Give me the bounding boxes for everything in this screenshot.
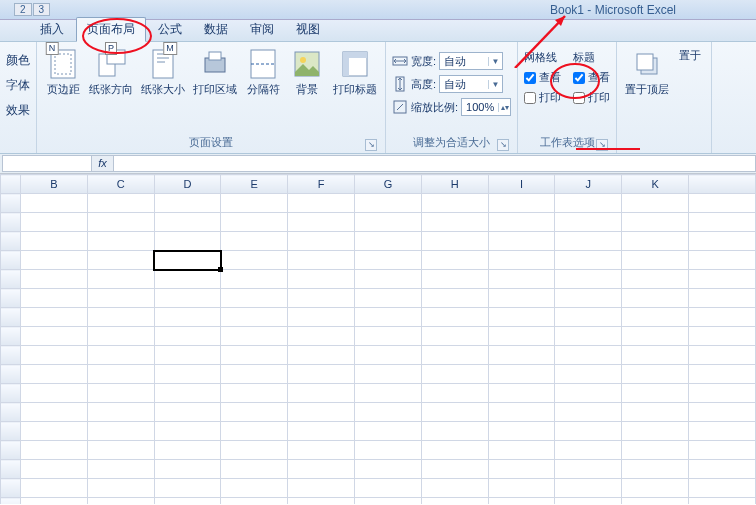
cell[interactable] bbox=[355, 346, 422, 365]
bring-to-front-button[interactable]: 置于顶层 bbox=[623, 46, 671, 99]
cell[interactable] bbox=[488, 270, 555, 289]
cell[interactable] bbox=[622, 251, 689, 270]
cell[interactable] bbox=[421, 365, 488, 384]
window-tab[interactable]: 2 bbox=[14, 3, 32, 16]
cell[interactable] bbox=[87, 308, 154, 327]
cell[interactable] bbox=[555, 365, 622, 384]
cell[interactable] bbox=[221, 270, 288, 289]
cell[interactable] bbox=[421, 232, 488, 251]
checkbox[interactable] bbox=[573, 72, 585, 84]
cell[interactable] bbox=[154, 441, 221, 460]
row-header[interactable] bbox=[1, 479, 21, 498]
dialog-launcher[interactable]: ↘ bbox=[596, 139, 608, 151]
row-header[interactable] bbox=[1, 403, 21, 422]
cell[interactable] bbox=[622, 460, 689, 479]
cell[interactable] bbox=[20, 251, 87, 270]
cell[interactable] bbox=[355, 194, 422, 213]
cell[interactable] bbox=[622, 270, 689, 289]
cell[interactable] bbox=[355, 441, 422, 460]
cell[interactable] bbox=[421, 403, 488, 422]
column-header[interactable]: E bbox=[221, 175, 288, 194]
cell[interactable] bbox=[421, 213, 488, 232]
fx-button[interactable]: fx bbox=[92, 155, 114, 172]
gridlines-print-checkbox[interactable]: 打印 bbox=[524, 90, 561, 105]
cell[interactable] bbox=[288, 346, 355, 365]
cell[interactable] bbox=[288, 441, 355, 460]
cell[interactable] bbox=[221, 441, 288, 460]
cell[interactable] bbox=[355, 289, 422, 308]
row-header[interactable] bbox=[1, 289, 21, 308]
cell[interactable] bbox=[555, 194, 622, 213]
cell[interactable] bbox=[555, 403, 622, 422]
cell[interactable] bbox=[488, 403, 555, 422]
cell[interactable] bbox=[555, 422, 622, 441]
formula-input[interactable] bbox=[114, 155, 756, 172]
tab-formulas[interactable]: 公式 M bbox=[148, 18, 192, 41]
cell[interactable] bbox=[488, 213, 555, 232]
label-colors[interactable]: 颜色 bbox=[6, 52, 30, 69]
cell[interactable] bbox=[154, 213, 221, 232]
cell[interactable] bbox=[555, 251, 622, 270]
cell[interactable] bbox=[87, 194, 154, 213]
cell[interactable] bbox=[355, 422, 422, 441]
cell[interactable] bbox=[555, 384, 622, 403]
cell[interactable] bbox=[288, 365, 355, 384]
cell[interactable] bbox=[154, 460, 221, 479]
name-box[interactable] bbox=[2, 155, 92, 172]
cell[interactable] bbox=[20, 498, 87, 505]
cell[interactable] bbox=[221, 384, 288, 403]
cell[interactable] bbox=[154, 289, 221, 308]
cell[interactable] bbox=[555, 270, 622, 289]
cell[interactable] bbox=[622, 194, 689, 213]
cell[interactable] bbox=[488, 308, 555, 327]
cell[interactable] bbox=[355, 213, 422, 232]
cell[interactable] bbox=[622, 479, 689, 498]
cell[interactable] bbox=[154, 308, 221, 327]
cell[interactable] bbox=[288, 308, 355, 327]
cell[interactable] bbox=[355, 460, 422, 479]
cell[interactable] bbox=[87, 213, 154, 232]
cell[interactable] bbox=[622, 308, 689, 327]
cell[interactable] bbox=[355, 384, 422, 403]
cell[interactable] bbox=[154, 270, 221, 289]
row-header[interactable] bbox=[1, 441, 21, 460]
cell[interactable] bbox=[154, 498, 221, 505]
cell[interactable] bbox=[288, 403, 355, 422]
cell[interactable] bbox=[221, 251, 288, 270]
cell[interactable] bbox=[87, 441, 154, 460]
cell[interactable] bbox=[355, 327, 422, 346]
cell[interactable] bbox=[20, 270, 87, 289]
tab-page-layout[interactable]: 页面布局 P bbox=[76, 17, 146, 42]
cell[interactable] bbox=[421, 327, 488, 346]
cell[interactable] bbox=[288, 327, 355, 346]
cell[interactable] bbox=[622, 365, 689, 384]
cell[interactable] bbox=[154, 403, 221, 422]
checkbox[interactable] bbox=[573, 92, 585, 104]
row-header[interactable] bbox=[1, 346, 21, 365]
cell[interactable] bbox=[221, 308, 288, 327]
cell[interactable] bbox=[154, 365, 221, 384]
label-fonts[interactable]: 字体 bbox=[6, 77, 30, 94]
cell[interactable] bbox=[622, 327, 689, 346]
cell[interactable] bbox=[288, 384, 355, 403]
cell[interactable] bbox=[154, 232, 221, 251]
cell[interactable] bbox=[221, 232, 288, 251]
cell[interactable] bbox=[488, 422, 555, 441]
cell[interactable] bbox=[421, 422, 488, 441]
cell[interactable] bbox=[87, 479, 154, 498]
column-header[interactable]: J bbox=[555, 175, 622, 194]
headings-view-checkbox[interactable]: 查看 bbox=[573, 70, 610, 85]
cell[interactable] bbox=[488, 251, 555, 270]
breaks-button[interactable]: 分隔符 bbox=[243, 46, 283, 99]
cell[interactable] bbox=[421, 479, 488, 498]
cell[interactable] bbox=[488, 365, 555, 384]
window-tab[interactable]: 3 bbox=[33, 3, 51, 16]
row-header[interactable] bbox=[1, 384, 21, 403]
row-header[interactable] bbox=[1, 422, 21, 441]
width-combo[interactable]: 自动▼ bbox=[439, 52, 503, 70]
cell[interactable] bbox=[154, 422, 221, 441]
cell[interactable] bbox=[20, 308, 87, 327]
cell[interactable] bbox=[355, 479, 422, 498]
tab-insert[interactable]: 插入 N bbox=[30, 18, 74, 41]
cell[interactable] bbox=[355, 270, 422, 289]
